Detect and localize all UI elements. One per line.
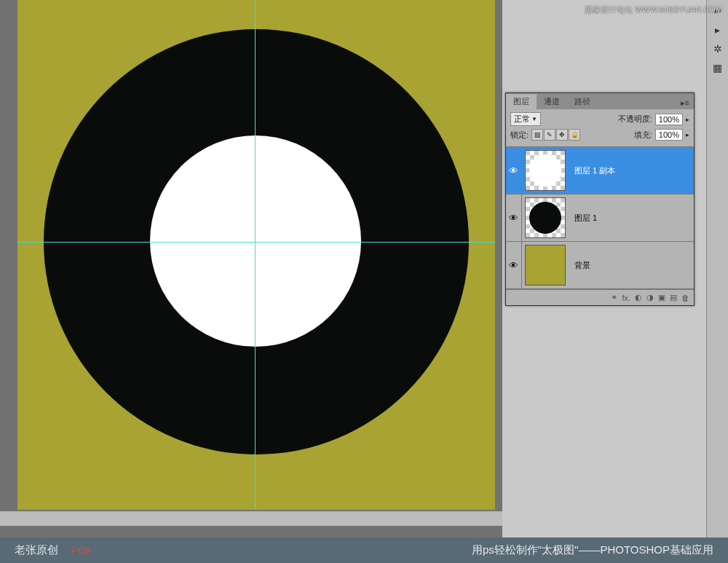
right-side: 图层 通道 路径 ▸≡ 正常 ▼ 不透明度: 100% ▸ 锁定: (502, 0, 728, 538)
chevron-right-icon[interactable]: ▸ (686, 131, 689, 138)
blend-mode-dropdown[interactable]: 正常 ▼ (510, 112, 541, 126)
canvas-area (0, 0, 502, 538)
layer-thumbnail[interactable] (525, 197, 566, 238)
tab-layers[interactable]: 图层 (506, 94, 537, 109)
fill-input[interactable]: 100% (655, 129, 683, 141)
footer-credit: 老张原创 (15, 543, 58, 557)
eye-icon: 👁 (509, 213, 518, 224)
layers-panel: 图层 通道 路径 ▸≡ 正常 ▼ 不透明度: 100% ▸ 锁定: (505, 92, 695, 306)
white-circle-shape[interactable] (150, 135, 361, 347)
guide-horizontal[interactable] (17, 242, 495, 243)
visibility-toggle[interactable]: 👁 (506, 242, 522, 288)
chevron-right-icon[interactable]: ▸ (686, 116, 689, 123)
guide-vertical[interactable] (255, 0, 256, 510)
visibility-toggle[interactable]: 👁 (506, 194, 522, 241)
footer-bar: 老张原创 P08 用ps轻松制作"太极图"——PHOTOSHOP基础应用 (0, 538, 728, 563)
layer-row[interactable]: 👁 背景 (506, 242, 694, 289)
lock-pixels-button[interactable]: ✎ (544, 129, 555, 141)
folder-icon[interactable]: ▣ (658, 293, 665, 302)
lock-all-button[interactable]: 🔒 (569, 129, 580, 141)
horizontal-scrollbar[interactable] (0, 511, 502, 526)
layers-bottom-bar: ⚭ fx. ◐ ◑ ▣ ▤ 🗑 (506, 289, 694, 305)
footer-page: P08 (71, 544, 91, 556)
panel-controls: 正常 ▼ 不透明度: 100% ▸ 锁定: ▧ ✎ ✥ 🔒 填充: (506, 109, 694, 146)
link-icon[interactable]: ⚭ (611, 293, 617, 302)
footer-title: 用ps轻松制作"太极图"——PHOTOSHOP基础应用 (472, 543, 713, 557)
fill-label: 填充: (634, 130, 652, 141)
layer-thumbnail[interactable] (525, 150, 566, 191)
gear-icon[interactable]: ✲ (710, 41, 726, 57)
right-toolstrip: ↩︎ ▸ ✲ ▦ (706, 0, 728, 538)
panel-tabs: 图层 通道 路径 ▸≡ (506, 93, 694, 109)
opacity-input[interactable]: 100% (655, 114, 683, 125)
blend-mode-value: 正常 (514, 114, 530, 125)
layer-row[interactable]: 👁 图层 1 副本 (506, 147, 694, 194)
watermark: 思缘设计论坛 WWW.MISSYUAN.COM (585, 4, 722, 15)
canvas[interactable] (17, 0, 495, 510)
lock-position-button[interactable]: ✥ (556, 129, 568, 141)
new-layer-icon[interactable]: ▤ (670, 293, 677, 302)
fx-icon[interactable]: fx. (622, 294, 630, 302)
tab-channels[interactable]: 通道 (537, 94, 567, 109)
visibility-toggle[interactable]: 👁 (506, 147, 522, 194)
panel-toggle-icon[interactable]: ▸ (710, 22, 726, 38)
mask-icon[interactable]: ◐ (635, 293, 642, 302)
layer-name[interactable]: 图层 1 副本 (574, 165, 615, 176)
eye-icon: 👁 (509, 260, 518, 271)
chevron-down-icon: ▼ (531, 116, 537, 122)
eye-icon: 👁 (509, 165, 518, 176)
layer-name[interactable]: 背景 (574, 260, 590, 271)
adjustment-icon[interactable]: ◑ (646, 293, 654, 302)
layer-thumbnail[interactable] (525, 245, 566, 286)
layer-name[interactable]: 图层 1 (574, 213, 597, 224)
opacity-label: 不透明度: (618, 114, 652, 125)
trash-icon[interactable]: 🗑 (681, 294, 689, 302)
workspace: 思缘设计论坛 WWW.MISSYUAN.COM 图层 通道 路径 ▸≡ 正常 ▼ (0, 0, 728, 538)
swatch-icon[interactable]: ▦ (710, 60, 726, 76)
layer-row[interactable]: 👁 图层 1 (506, 194, 694, 242)
tab-paths[interactable]: 路径 (567, 94, 598, 109)
lock-label: 锁定: (510, 130, 529, 141)
panel-menu-icon[interactable]: ▸≡ (676, 97, 694, 109)
layers-list: 👁 图层 1 副本 👁 图层 1 👁 背景 (506, 146, 694, 289)
lock-transparency-button[interactable]: ▧ (531, 129, 543, 141)
